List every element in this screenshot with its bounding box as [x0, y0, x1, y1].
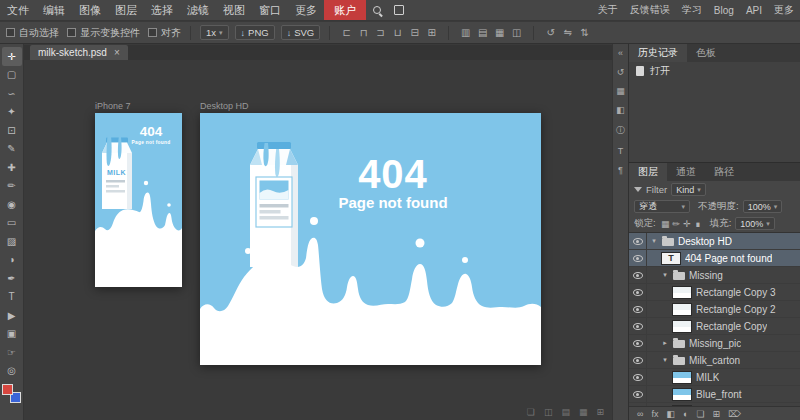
export-svg-button[interactable]: ↓ SVG	[281, 25, 321, 40]
new-group-icon[interactable]: ❏	[696, 409, 704, 419]
artboard-desktop-hd[interactable]: 404 Page not found	[200, 113, 541, 365]
swatches-panel-icon[interactable]: ▦	[614, 86, 628, 96]
magic-wand-tool[interactable]: ✦	[2, 103, 22, 122]
delete-layer-icon[interactable]: ⌦	[728, 409, 741, 419]
adjustment-layer-icon[interactable]: ◐	[683, 409, 688, 419]
layer-row-missing[interactable]: ▾Missing	[629, 267, 800, 284]
layer-visibility-toggle[interactable]	[629, 369, 647, 385]
layer-row-rectangle-copy-2[interactable]: Rectangle Copy 2	[629, 301, 800, 318]
option-checkbox[interactable]: 显示变换控件	[67, 26, 140, 40]
eyedropper-tool[interactable]: ✎	[2, 140, 22, 159]
thumbnails-view-icon[interactable]: ▦	[579, 407, 588, 417]
distribute-horizontal-icon[interactable]: ▥	[458, 27, 473, 38]
align-bottom-icon[interactable]: ⊞	[424, 27, 439, 38]
distribute-gaps-icon[interactable]: ▦	[492, 27, 507, 38]
menu-item[interactable]: 编辑	[36, 0, 72, 20]
layer-visibility-toggle[interactable]	[629, 352, 647, 368]
panel-tab[interactable]: 历史记录	[629, 44, 687, 62]
lock-pixels-icon[interactable]: ✏	[671, 219, 682, 229]
fullscreen-button[interactable]	[388, 0, 410, 20]
shape-tool[interactable]: ▣	[2, 325, 22, 344]
healing-brush-tool[interactable]: ✚	[2, 158, 22, 177]
collapse-panels-icon[interactable]: «	[614, 48, 628, 58]
menu-item[interactable]: 图层	[108, 0, 144, 20]
align-left-icon[interactable]: ⊏	[339, 27, 354, 38]
opacity-select[interactable]: 100% ▾	[743, 200, 783, 213]
new-layer-icon[interactable]: ⊞	[712, 409, 720, 419]
menu-link[interactable]: 学习	[676, 0, 708, 20]
close-icon[interactable]: ×	[114, 47, 120, 58]
history-panel-icon[interactable]: ↺	[614, 67, 628, 77]
zoom-tool[interactable]: ◎	[2, 362, 22, 381]
layer-filter-select[interactable]: Kind ▾	[671, 183, 706, 196]
option-checkbox[interactable]: 自动选择	[6, 26, 59, 40]
layer-row-desktop-hd[interactable]: ▾Desktop HD	[629, 233, 800, 250]
layer-visibility-toggle[interactable]	[629, 250, 647, 266]
document-tab[interactable]: milk-sketch.psd ×	[30, 45, 128, 60]
export-png-button[interactable]: ↓ PNG	[235, 25, 275, 40]
clone-stamp-tool[interactable]: ◉	[2, 195, 22, 214]
marquee-select-tool[interactable]: ▢	[2, 66, 22, 85]
history-entry[interactable]: 打开	[629, 62, 800, 80]
layer-mask-icon[interactable]: ◧	[666, 409, 675, 419]
blend-mode-select[interactable]: 穿透 ▾	[634, 200, 690, 213]
menu-item[interactable]: 视图	[216, 0, 252, 20]
lock-position-icon[interactable]: ✛	[682, 219, 693, 229]
search-button[interactable]	[366, 0, 388, 20]
flip-horizontal-icon[interactable]: ⇋	[560, 27, 575, 38]
menu-link[interactable]: Blog	[708, 0, 740, 20]
option-checkbox[interactable]: 对齐	[148, 26, 181, 40]
layer-row-rectangle-copy[interactable]: Rectangle Copy	[629, 318, 800, 335]
layer-row-milk-carton[interactable]: ▾Milk_carton	[629, 352, 800, 369]
color-swatches[interactable]	[2, 384, 21, 403]
panel-tab[interactable]: 图层	[629, 163, 667, 181]
distribute-centers-icon[interactable]: ◫	[509, 27, 524, 38]
layer-visibility-toggle[interactable]	[629, 284, 647, 300]
menu-item[interactable]: 窗口	[252, 0, 288, 20]
account-button[interactable]: 账户	[324, 0, 366, 20]
rows-view-icon[interactable]: ▤	[561, 407, 570, 417]
crop-tool[interactable]: ⊡	[2, 121, 22, 140]
menu-link[interactable]: API	[740, 0, 768, 20]
layer-thumbnail[interactable]	[672, 388, 692, 401]
grid-view-icon[interactable]: ❏	[527, 407, 535, 417]
artboard-iphone-7[interactable]: 404 Page not found MILK	[95, 113, 182, 287]
layer-visibility-toggle[interactable]	[629, 301, 647, 317]
layer-visibility-toggle[interactable]	[629, 267, 647, 283]
lock-transparency-icon[interactable]: ▦	[660, 219, 671, 229]
collapse-group-icon[interactable]: ▾	[650, 237, 658, 245]
panel-tab[interactable]: 色板	[687, 44, 725, 62]
foreground-color-swatch[interactable]	[2, 384, 13, 395]
align-center-horizontal-icon[interactable]: ⊓	[356, 27, 371, 38]
collapse-group-icon[interactable]: ▾	[661, 356, 669, 364]
info-panel-icon[interactable]: ⓘ	[614, 124, 628, 137]
align-top-icon[interactable]: ⊔	[390, 27, 405, 38]
adjustments-panel-icon[interactable]: ◧	[614, 105, 628, 115]
layer-row-milk[interactable]: MILK	[629, 369, 800, 386]
menu-item[interactable]: 滤镜	[180, 0, 216, 20]
menu-link[interactable]: 反馈错误	[624, 0, 676, 20]
eraser-tool[interactable]: ▭	[2, 214, 22, 233]
align-right-icon[interactable]: ⊐	[373, 27, 388, 38]
layer-row-missing-pic[interactable]: ▸Missing_pic	[629, 335, 800, 352]
text-layer-thumbnail[interactable]: T	[661, 252, 681, 265]
layer-row-rectangle-copy-3[interactable]: Rectangle Copy 3	[629, 284, 800, 301]
menu-item[interactable]: 图像	[72, 0, 108, 20]
artboard-label-iphone-7[interactable]: iPhone 7	[95, 101, 131, 111]
rotate-icon[interactable]: ↺	[543, 27, 558, 38]
align-center-vertical-icon[interactable]: ⊟	[407, 27, 422, 38]
panel-tab[interactable]: 路径	[705, 163, 743, 181]
hand-tool[interactable]: ☞	[2, 343, 22, 362]
export-scale-select[interactable]: 1x ▾	[200, 25, 229, 40]
blur-tool[interactable]: ◑	[2, 251, 22, 270]
layer-visibility-toggle[interactable]	[629, 233, 647, 249]
panel-tab[interactable]: 通道	[667, 163, 705, 181]
layer-row-blue-front[interactable]: Blue_front	[629, 386, 800, 403]
paragraph-panel-icon[interactable]: ¶	[614, 165, 628, 175]
columns-view-icon[interactable]: ◫	[544, 407, 553, 417]
path-select-tool[interactable]: ▶	[2, 306, 22, 325]
layer-visibility-toggle[interactable]	[629, 318, 647, 334]
menu-item[interactable]: 选择	[144, 0, 180, 20]
fill-select[interactable]: 100% ▾	[735, 217, 775, 230]
layer-visibility-toggle[interactable]	[629, 335, 647, 351]
